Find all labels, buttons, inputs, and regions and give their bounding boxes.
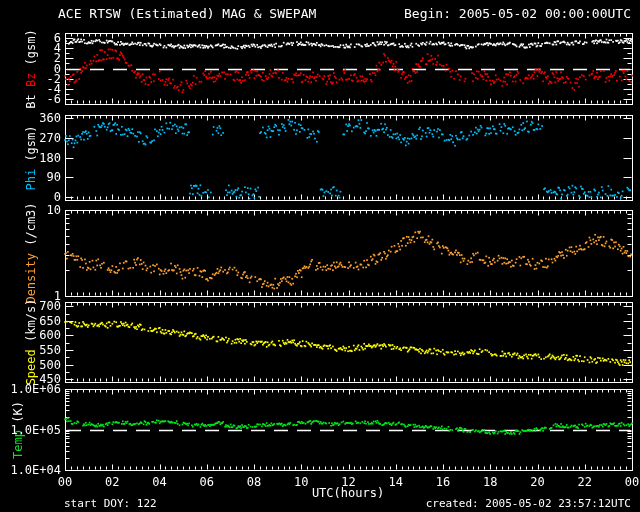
y-tick-label: 650 <box>39 315 61 327</box>
y-tick-label: 600 <box>39 329 61 341</box>
x-tick-label: 18 <box>483 476 497 488</box>
x-tick-label: 16 <box>436 476 450 488</box>
x-tick-label: 14 <box>389 476 403 488</box>
phi-unit-label: (gsm) <box>24 125 38 168</box>
y-tick-label: 10 <box>47 204 61 216</box>
y-tick-label: 90 <box>47 171 61 183</box>
y-axis-label-mag: Bt Bz (gsm) <box>24 29 38 109</box>
start-doy-label: start DOY: 122 <box>64 497 157 510</box>
created-timestamp: created: 2005-05-02 23:57:12UTC <box>426 497 631 510</box>
x-tick-label: 08 <box>247 476 261 488</box>
plot-canvas <box>0 0 640 512</box>
speed-unit-label: (km/s) <box>24 299 38 350</box>
x-tick-label: 22 <box>578 476 592 488</box>
x-tick-label: 00 <box>58 476 72 488</box>
x-tick-label: 00 <box>625 476 639 488</box>
ace-rtsw-plot: ACE RTSW (Estimated) MAG & SWEPAM Begin:… <box>0 0 640 512</box>
y-tick-label: 1.0E+05 <box>10 424 61 436</box>
y-axis-label-speed: Speed (km/s) <box>24 299 38 386</box>
y-tick-label: 700 <box>39 300 61 312</box>
chart-title: ACE RTSW (Estimated) MAG & SWEPAM <box>58 7 316 20</box>
density-label: Density <box>24 253 38 304</box>
y-tick-label: 360 <box>39 112 61 124</box>
y-axis-label-phi: Phi (gsm) <box>24 125 38 190</box>
y-tick-label: 500 <box>39 359 61 371</box>
begin-timestamp: Begin: 2005-05-02 00:00:00UTC <box>404 7 631 20</box>
density-unit-label: (/cm3) <box>24 202 38 253</box>
bz-label: Bz <box>24 72 38 86</box>
y-tick-label: 550 <box>39 344 61 356</box>
speed-label: Speed <box>24 349 38 385</box>
x-tick-label: 10 <box>294 476 308 488</box>
x-tick-label: 06 <box>200 476 214 488</box>
x-tick-label: 02 <box>105 476 119 488</box>
y-tick-label: 180 <box>39 152 61 164</box>
y-tick-label: 1.0E+06 <box>10 383 61 395</box>
phi-label: Phi <box>24 168 38 190</box>
bt-label: Bt <box>24 87 38 109</box>
x-tick-label: 20 <box>530 476 544 488</box>
mag-unit-label: (gsm) <box>24 29 38 72</box>
y-tick-label: 270 <box>39 132 61 144</box>
y-tick-label: 0 <box>54 191 61 203</box>
x-tick-label: 12 <box>341 476 355 488</box>
x-tick-label: 04 <box>152 476 166 488</box>
y-tick-label: 1.0E+04 <box>10 464 61 476</box>
y-axis-label-density: Density (/cm3) <box>24 202 38 303</box>
y-tick-label: -6 <box>47 93 61 105</box>
